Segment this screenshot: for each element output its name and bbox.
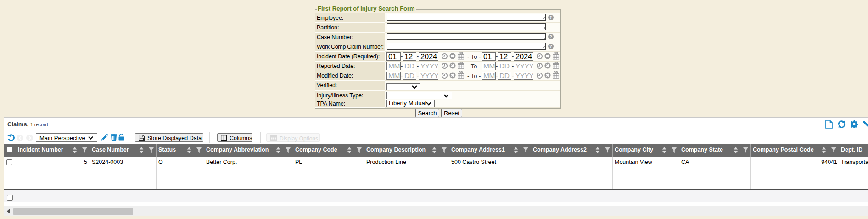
svg-text:?: ? [549, 15, 552, 20]
svg-text:?: ? [549, 44, 552, 49]
svg-text:?: ? [549, 34, 552, 39]
